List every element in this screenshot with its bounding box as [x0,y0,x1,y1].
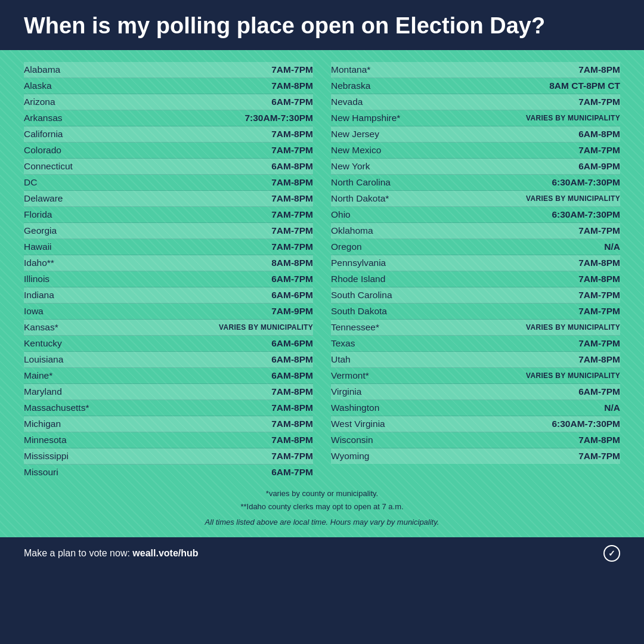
state-name: Ohio [331,209,351,220]
table-row: North Carolina6:30AM-7:30PM [331,175,620,191]
state-name: Alaska [24,80,52,91]
table-row: Missouri6AM-7PM [24,465,313,480]
table-row: Delaware7AM-8PM [24,191,313,207]
state-name: Connecticut [24,161,73,172]
columns-wrapper: Alabama7AM-7PMAlaska7AM-8PMArizona6AM-7P… [24,62,620,480]
state-hours: VARIES BY MUNICIPALITY [526,323,620,332]
table-row: South Dakota7AM-7PM [331,304,620,320]
table-row: Connecticut6AM-8PM [24,159,313,175]
state-hours: 6AM-7PM [271,467,313,478]
state-hours: N/A [604,402,620,413]
state-name: Florida [24,209,52,220]
table-row: OregonN/A [331,239,620,255]
footnote-3: All times listed above are local time. H… [24,516,620,529]
state-hours: 7AM-7PM [578,225,620,236]
state-name: Louisiana [24,354,63,365]
state-hours: 7AM-8PM [578,354,620,365]
state-hours: 7AM-8PM [578,274,620,284]
table-row: Arkansas7:30AM-7:30PM [24,110,313,126]
state-hours: 6AM-7PM [271,274,313,284]
state-name: Arkansas [24,113,63,123]
state-name: Wisconsin [331,435,373,445]
state-hours: 7AM-7PM [578,97,620,107]
state-name: California [24,129,63,140]
state-name: Mississippi [24,451,69,462]
table-row: Arizona6AM-7PM [24,94,313,110]
table-row: Wyoming7AM-7PM [331,448,620,464]
table-row: New Hampshire*VARIES BY MUNICIPALITY [331,110,620,126]
table-row: Minnesota7AM-8PM [24,432,313,448]
state-hours: 7AM-7PM [271,145,313,156]
state-name: Texas [331,338,355,349]
state-hours: 7AM-7PM [271,64,313,75]
table-row: Kansas*VARIES BY MUNICIPALITY [24,320,313,336]
table-row: Montana*7AM-8PM [331,62,620,78]
state-name: North Carolina [331,177,391,188]
state-hours: 6AM-8PM [271,370,313,381]
state-hours: 6AM-7PM [271,97,313,107]
state-hours: 7AM-7PM [271,451,313,462]
table-row: Rhode Island7AM-8PM [331,271,620,287]
state-name: South Dakota [331,306,387,317]
state-hours: 7AM-7PM [271,242,313,252]
table-row: DC7AM-8PM [24,175,313,191]
state-name: Alabama [24,64,60,75]
state-hours: 7AM-8PM [271,402,313,413]
table-row: Utah7AM-8PM [331,352,620,368]
state-name: North Dakota* [331,193,389,204]
state-name: Washington [331,402,379,413]
state-name: Arizona [24,97,55,107]
table-row: Tennessee*VARIES BY MUNICIPALITY [331,320,620,336]
page-title: When is my polling place open on Electio… [24,13,620,39]
table-row: Texas7AM-7PM [331,336,620,352]
state-hours: VARIES BY MUNICIPALITY [526,114,620,122]
state-hours: VARIES BY MUNICIPALITY [526,194,620,203]
state-hours: 7AM-8PM [578,258,620,268]
right-column: Montana*7AM-8PMNebraska8AM CT-8PM CTNeva… [331,62,620,480]
table-row: California7AM-8PM [24,126,313,143]
state-name: Kansas* [24,322,58,333]
footnotes: *varies by county or municipality. **Ida… [24,487,620,529]
state-hours: 6AM-8PM [271,354,313,365]
state-hours: VARIES BY MUNICIPALITY [219,323,313,332]
state-name: Idaho** [24,258,54,268]
state-name: Indiana [24,290,54,301]
state-name: Virginia [331,386,361,397]
state-name: New Jersey [331,129,379,140]
state-hours: 7AM-7PM [578,290,620,301]
table-row: Indiana6AM-6PM [24,287,313,304]
state-hours: 7AM-8PM [271,177,313,188]
state-name: Nevada [331,97,363,107]
table-row: Ohio6:30AM-7:30PM [331,207,620,223]
state-hours: 7AM-7PM [271,209,313,220]
state-hours: 7:30AM-7:30PM [244,113,313,123]
table-row: Michigan7AM-8PM [24,416,313,432]
table-row: Mississippi7AM-7PM [24,448,313,465]
state-name: Oklahoma [331,225,373,236]
state-name: Vermont* [331,370,369,381]
table-row: New Mexico7AM-7PM [331,143,620,159]
state-name: West Virginia [331,419,385,429]
state-name: New Mexico [331,145,381,156]
table-row: Alabama7AM-7PM [24,62,313,78]
state-hours: 8AM CT-8PM CT [549,80,620,91]
state-hours: 6AM-8PM [578,129,620,140]
table-row: Nebraska8AM CT-8PM CT [331,78,620,94]
footer-label: Make a plan to vote now: [24,548,132,558]
state-name: Utah [331,354,351,365]
state-hours: 7AM-8PM [578,64,620,75]
state-name: Delaware [24,193,63,204]
state-name: Minnesota [24,435,67,445]
table-row: North Dakota*VARIES BY MUNICIPALITY [331,191,620,207]
table-row: Pennsylvania7AM-8PM [331,255,620,271]
state-name: New York [331,161,370,172]
state-hours: 7AM-7PM [578,451,620,462]
table-row: Maine*6AM-8PM [24,368,313,384]
state-hours: 7AM-7PM [578,338,620,349]
state-hours: VARIES BY MUNICIPALITY [526,371,620,380]
state-name: Kentucky [24,338,62,349]
state-name: Wyoming [331,451,369,462]
state-hours: 6:30AM-7:30PM [552,209,620,220]
state-hours: 7AM-7PM [578,306,620,317]
footer: Make a plan to vote now: weall.vote/hub … [0,537,644,569]
